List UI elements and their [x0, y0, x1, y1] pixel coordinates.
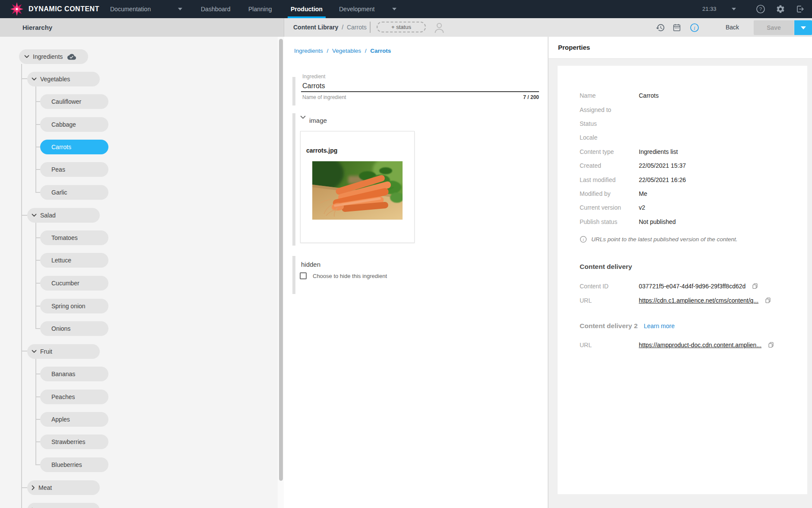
url-note-text: URLs point to the latest published versi…: [591, 236, 737, 243]
hide-ingredient-checkbox[interactable]: [300, 272, 307, 279]
caret-down-icon: [801, 26, 806, 29]
media-card[interactable]: carrots.jpg: [300, 131, 415, 243]
copy-icon[interactable]: [768, 342, 774, 348]
content-url-link[interactable]: https://cdn.c1.amplience.net/cms/content…: [639, 297, 758, 304]
tree-stub: [21, 215, 27, 216]
tree-item-salad[interactable]: Salad: [27, 208, 100, 223]
chevron-down-icon: [32, 214, 37, 217]
cloud-check-icon: [67, 54, 76, 60]
chevron-down-icon[interactable]: [732, 8, 736, 10]
brand-logo-icon: [10, 2, 24, 16]
property-label: Created: [580, 162, 639, 169]
property-label: Publish status: [580, 218, 639, 225]
tree-guide-line: [35, 223, 36, 329]
tree-item-garlic[interactable]: Garlic: [40, 185, 108, 200]
svg-text:?: ?: [759, 6, 762, 12]
history-icon[interactable]: [656, 23, 665, 32]
save-options-dropdown-button[interactable]: [794, 20, 812, 35]
copy-icon[interactable]: [764, 297, 771, 304]
logout-icon[interactable]: [795, 4, 805, 14]
tree-stub: [35, 124, 40, 125]
tree-guide-line: [21, 64, 22, 508]
tree-item-peas[interactable]: Peas: [40, 162, 108, 177]
tree-item-carrots[interactable]: Carrots: [40, 140, 108, 154]
tree-item-label: Spring onion: [51, 303, 86, 310]
tree-item-spring-onion[interactable]: Spring onion: [40, 299, 108, 313]
nav-item-production[interactable]: Production: [291, 0, 323, 18]
tree-item-strawberries[interactable]: Strawberries: [40, 435, 108, 449]
toolbar-divider: [370, 22, 371, 33]
tree-item-label: Cucumber: [51, 280, 79, 287]
breadcrumb-current: Carrots: [347, 24, 367, 31]
image-section-title[interactable]: image: [309, 117, 327, 124]
form-breadcrumb-ingredients[interactable]: Ingredients: [294, 48, 323, 54]
content-url-2-link[interactable]: https://ampproduct-doc.cdn.content.ampli…: [639, 342, 761, 348]
tree-item-peaches[interactable]: Peaches: [40, 390, 108, 404]
tree-item-label: Onions: [51, 325, 70, 332]
chevron-down-icon[interactable]: [392, 8, 396, 10]
tree-item-cucumber[interactable]: Cucumber: [40, 276, 108, 291]
chevron-right-icon: [32, 485, 35, 490]
tree-item-fruit[interactable]: Fruit: [27, 344, 100, 359]
property-label: Locale: [580, 134, 639, 141]
property-label: Assigned to: [580, 106, 639, 113]
nav-item-dashboard[interactable]: Dashboard: [201, 0, 231, 18]
info-icon[interactable]: i: [690, 23, 699, 32]
gear-icon[interactable]: [776, 4, 785, 14]
field-label: Ingredient: [302, 73, 325, 80]
property-label: Content ID: [580, 283, 639, 290]
tree-item-meat[interactable]: Meat: [27, 480, 100, 495]
tree-scrollbar-thumb[interactable]: [279, 39, 283, 481]
nav-item-development[interactable]: Development: [339, 0, 375, 18]
tree-item-onions[interactable]: Onions: [40, 321, 108, 336]
tree-item-blueberries[interactable]: Blueberries: [40, 457, 108, 472]
tree-item-apples[interactable]: Apples: [40, 412, 108, 427]
input-underline: [301, 91, 539, 92]
tree-item-label: Fruit: [40, 348, 52, 355]
copy-icon[interactable]: [752, 283, 758, 290]
char-counter: 7 / 200: [475, 94, 539, 100]
property-value: Ingredients list: [639, 148, 678, 155]
tree-item-cauliflower[interactable]: Cauliflower: [40, 94, 108, 109]
learn-more-link[interactable]: Learn more: [644, 323, 675, 329]
properties-title: Properties: [558, 37, 590, 58]
ingredient-name-input[interactable]: Carrots: [302, 82, 325, 90]
form-breadcrumb: Ingredients / Vegetables / Carrots: [294, 48, 393, 54]
form-breadcrumb-carrots: Carrots: [370, 48, 391, 54]
breadcrumb: Content Library / Carrots: [293, 18, 367, 37]
hidden-section-title: hidden: [301, 261, 320, 268]
nav-item-planning[interactable]: Planning: [248, 0, 272, 18]
tree-item-bananas[interactable]: Bananas: [40, 367, 108, 381]
chevron-down-icon[interactable]: [300, 115, 306, 119]
form-breadcrumb-vegetables[interactable]: Vegetables: [332, 48, 361, 54]
tree-stub: [35, 419, 40, 420]
chevron-down-icon[interactable]: [178, 8, 182, 10]
assignee-avatar-icon[interactable]: [433, 21, 446, 34]
tree-item-vegetables[interactable]: Vegetables: [27, 72, 100, 86]
tree-stub: [35, 260, 40, 261]
back-button[interactable]: Back: [726, 18, 739, 37]
tree-item-tomatoes[interactable]: Tomatoes: [40, 230, 108, 245]
tree-stub: [35, 441, 40, 442]
breadcrumb-content-library[interactable]: Content Library: [293, 24, 338, 31]
tree-item-label: Vegetables: [40, 76, 70, 83]
field-helper-text: Name of ingredient: [302, 94, 346, 100]
tree-item-partial[interactable]: [27, 503, 100, 508]
property-value: Me: [639, 190, 647, 197]
tree-item-ingredients[interactable]: Ingredients: [19, 49, 88, 64]
tree-item-cabbage[interactable]: Cabbage: [40, 117, 108, 132]
breadcrumb-separator: /: [365, 48, 367, 54]
save-button[interactable]: Save: [754, 20, 794, 35]
tree-stub: [35, 283, 40, 284]
tree-item-lettuce[interactable]: Lettuce: [40, 253, 108, 268]
chevron-down-icon: [32, 350, 37, 353]
tree-stub: [35, 237, 40, 238]
help-icon[interactable]: ?: [756, 4, 765, 14]
calendar-icon[interactable]: [672, 23, 682, 32]
property-row: Content typeIngredients list: [580, 147, 796, 156]
property-row: Locale: [580, 133, 796, 142]
nav-item-documentation[interactable]: Documentation: [110, 0, 151, 18]
add-status-button[interactable]: + status: [377, 22, 426, 32]
tree-item-label: Cauliflower: [51, 98, 81, 105]
tree-stub: [21, 487, 27, 488]
